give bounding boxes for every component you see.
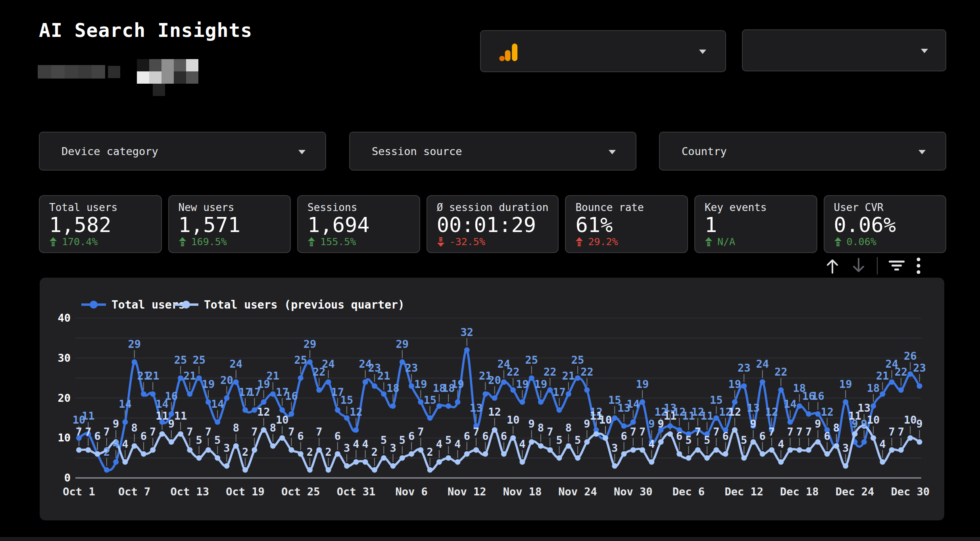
data-point[interactable] [732, 427, 738, 433]
data-point[interactable] [482, 391, 488, 397]
data-point[interactable] [279, 435, 285, 441]
data-point[interactable] [400, 455, 405, 461]
data-point[interactable] [288, 411, 294, 417]
data-point[interactable] [178, 431, 183, 437]
data-point[interactable] [630, 419, 636, 425]
data-point[interactable] [464, 347, 470, 353]
data-point[interactable] [381, 455, 386, 461]
data-point[interactable] [187, 391, 192, 397]
data-point[interactable] [741, 383, 747, 389]
data-point[interactable] [529, 439, 534, 445]
data-point[interactable] [797, 403, 802, 409]
data-point[interactable] [132, 359, 137, 365]
data-point[interactable] [584, 439, 590, 445]
data-point[interactable] [307, 467, 313, 473]
data-point[interactable] [206, 399, 211, 405]
data-point[interactable] [76, 447, 82, 453]
data-point[interactable] [594, 431, 599, 437]
data-point[interactable] [732, 399, 738, 405]
data-point[interactable] [427, 415, 433, 421]
data-point[interactable] [427, 467, 433, 473]
analytics-property-selector[interactable] [480, 30, 726, 72]
data-point[interactable] [723, 451, 728, 457]
data-point[interactable] [446, 403, 451, 409]
data-point[interactable] [612, 463, 617, 469]
data-point[interactable] [852, 431, 858, 437]
data-point[interactable] [381, 391, 386, 397]
data-point[interactable] [917, 383, 922, 389]
data-point[interactable] [390, 463, 396, 469]
data-point[interactable] [870, 435, 876, 441]
data-point[interactable] [344, 415, 350, 421]
data-point[interactable] [270, 391, 276, 397]
data-point[interactable] [815, 411, 821, 417]
data-point[interactable] [640, 447, 645, 453]
data-point[interactable] [788, 447, 793, 453]
data-point[interactable] [113, 459, 119, 465]
kebab-menu-icon[interactable] [916, 257, 921, 275]
data-point[interactable] [344, 463, 350, 469]
data-point[interactable] [557, 407, 562, 413]
data-point[interactable] [363, 379, 368, 385]
data-point[interactable] [704, 455, 710, 461]
filter-icon[interactable] [888, 260, 905, 272]
data-point[interactable] [630, 447, 636, 453]
data-point[interactable] [409, 383, 414, 389]
data-point[interactable] [446, 455, 451, 461]
data-point[interactable] [159, 431, 165, 437]
date-range-selector[interactable] [742, 29, 946, 71]
data-point[interactable] [261, 399, 267, 405]
data-point[interactable] [418, 447, 423, 453]
data-point[interactable] [501, 451, 507, 457]
data-point[interactable] [917, 439, 922, 445]
data-point[interactable] [861, 439, 867, 445]
data-point[interactable] [242, 467, 248, 473]
data-point[interactable] [288, 447, 294, 453]
data-point[interactable] [519, 399, 525, 405]
data-point[interactable] [815, 439, 821, 445]
data-point[interactable] [898, 387, 904, 393]
data-point[interactable] [603, 435, 608, 441]
data-point[interactable] [658, 439, 664, 445]
data-point[interactable] [640, 399, 645, 405]
data-point[interactable] [279, 407, 285, 413]
data-point[interactable] [760, 451, 765, 457]
data-point[interactable] [224, 395, 229, 401]
data-point[interactable] [566, 443, 571, 449]
data-point[interactable] [187, 447, 192, 453]
data-point[interactable] [870, 403, 876, 409]
sort-descending-icon[interactable] [851, 257, 867, 274]
data-point[interactable] [104, 467, 110, 473]
data-point[interactable] [372, 467, 377, 473]
data-point[interactable] [132, 443, 137, 449]
data-point[interactable] [242, 407, 248, 413]
data-point[interactable] [353, 459, 359, 465]
data-point[interactable] [547, 387, 553, 393]
data-point[interactable] [436, 403, 442, 409]
data-point[interactable] [455, 459, 460, 465]
data-point[interactable] [750, 439, 756, 445]
data-point[interactable] [575, 455, 580, 461]
data-point[interactable] [215, 419, 220, 425]
data-point[interactable] [307, 359, 313, 365]
data-point[interactable] [510, 387, 516, 393]
data-point[interactable] [169, 411, 174, 417]
data-point[interactable] [390, 403, 396, 409]
data-point[interactable] [141, 451, 146, 457]
data-point[interactable] [889, 379, 895, 385]
data-point[interactable] [713, 447, 719, 453]
data-point[interactable] [298, 375, 304, 381]
data-point[interactable] [492, 395, 498, 401]
data-point[interactable] [372, 383, 377, 389]
data-point[interactable] [141, 391, 146, 397]
data-point[interactable] [353, 427, 359, 433]
data-point[interactable] [621, 423, 627, 429]
data-point[interactable] [261, 427, 267, 433]
time-series-chart[interactable]: 010203040Oct 1Oct 7Oct 13Oct 19Oct 25Oct… [40, 278, 944, 520]
data-point[interactable] [510, 435, 516, 441]
data-point[interactable] [834, 443, 839, 449]
data-point[interactable] [797, 447, 802, 453]
filter-device-category[interactable]: Device category [39, 132, 326, 171]
data-point[interactable] [824, 451, 830, 457]
data-point[interactable] [760, 379, 765, 385]
